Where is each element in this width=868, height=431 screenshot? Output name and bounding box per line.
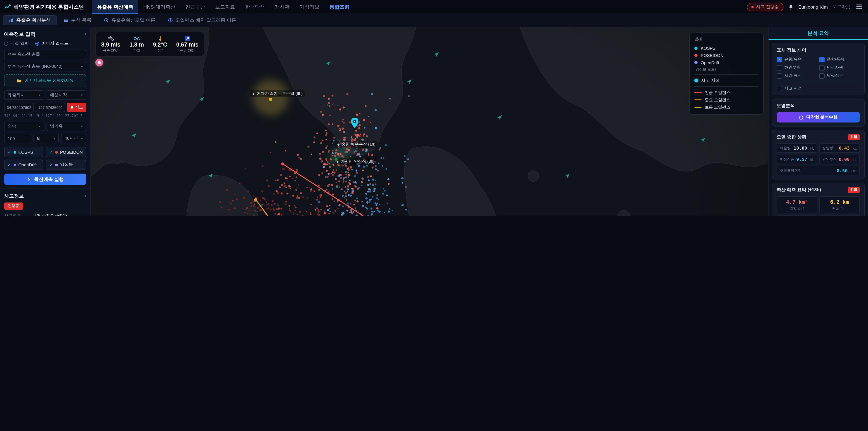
legend-label: 사고 지점: [701, 78, 719, 83]
site-marker-icon: ◆: [337, 143, 340, 146]
danger-badge: 위험: [848, 187, 860, 193]
model-icon: [104, 18, 109, 23]
display-option-checkbox[interactable]: 민감자원: [819, 65, 860, 70]
forecast-metric-cell: 0.35 m/s확산 속도: [819, 215, 860, 216]
longitude-input[interactable]: [35, 102, 65, 112]
latitude-input[interactable]: [4, 102, 34, 112]
checkbox-icon: ✓: [819, 57, 825, 62]
top-navbar: 해양환경 위기대응 통합시스템 유출유 확산예측HNS·대기확산긴급구난보고자료…: [0, 0, 868, 14]
model-color-dot: [13, 151, 16, 153]
nav-item[interactable]: 게시판: [270, 0, 295, 13]
collapse-caret-icon[interactable]: ▾: [85, 194, 86, 198]
model-toggle-opendrift[interactable]: ✓OpenDrift: [4, 160, 43, 170]
tab-item[interactable]: 오일펜스 배치 알고리즘 이론: [162, 16, 242, 25]
forecast-metric-cell: NE 42°주 확산 방향: [777, 215, 817, 216]
divider: [694, 74, 758, 74]
logout-button[interactable]: 로그아웃: [832, 4, 850, 10]
prediction-input-section: 예측정보 입력▾ 직접 입력이미지 업로드 여수 유조선 충돌 (INC-004…: [0, 27, 90, 189]
map-quick-tool-button[interactable]: [95, 59, 103, 66]
incident-point-checkbox[interactable]: 사고 지점: [777, 86, 860, 91]
incident-field-value: INC-2025-0042: [34, 213, 86, 216]
checkbox-icon: [777, 73, 782, 79]
metric-value: 4.7 km²: [779, 199, 815, 205]
tab-item[interactable]: 유출유확산모델 이론: [98, 16, 161, 25]
display-option-checkbox[interactable]: 해안부착: [777, 65, 817, 70]
release-type-select[interactable]: 연속▾: [4, 122, 44, 131]
fence-line-swatch: [694, 92, 702, 93]
display-option-checkbox[interactable]: 시간 표시: [777, 73, 817, 79]
map-canvas[interactable]: 8.9 m/s풍속 (SW)1.8 m파고9.2°C수온0.67 m/s해류 (…: [91, 27, 768, 216]
unit-select[interactable]: kL▾: [33, 134, 59, 143]
model-toggle-kosps[interactable]: ✓KOSPS: [4, 147, 43, 157]
dms-coordinates: 34° 44' 21.15" N / 127° 40' 27.70" E: [4, 114, 86, 118]
display-option-checkbox[interactable]: 날씨정보: [819, 73, 860, 79]
display-option-checkbox[interactable]: ✓유향/유속: [777, 57, 817, 62]
amount-input[interactable]: [4, 134, 31, 143]
legend-color-dot: [694, 46, 698, 50]
chevron-down-icon: ▾: [39, 93, 40, 97]
tab-active[interactable]: 유출유 확산분석: [3, 16, 57, 25]
fence-line-swatch: [694, 99, 702, 100]
nav-item[interactable]: 항공탐색: [240, 0, 270, 13]
weather-summary-box: 8.9 m/s풍속 (SW)1.8 m파고9.2°C수온0.67 m/s해류 (…: [95, 32, 204, 57]
nav-item[interactable]: HNS·대기확산: [138, 0, 180, 13]
legend-model-item: OpenDrift: [694, 59, 758, 66]
weather-value: 1.8 m: [129, 41, 144, 48]
oil-type-select[interactable]: 벙커유▾: [46, 122, 86, 131]
incident-pin[interactable]: [351, 118, 359, 128]
model-toggle-ensemble[interactable]: ✓앙상블: [46, 160, 86, 170]
weather-metric: 0.67 m/s해류 (SE): [172, 34, 203, 54]
prediction-section-title: 예측정보 입력: [4, 31, 35, 37]
input-mode-group: 직접 입력이미지 업로드: [4, 41, 86, 47]
chevron-down-icon: ▾: [81, 136, 83, 141]
collapse-caret-icon[interactable]: ▾: [85, 32, 86, 36]
chart-icon: [9, 18, 13, 23]
map-legend: 범례KOSPSPOSEIDONOpenDrift(앙상블 모드)사고 지점긴급 …: [689, 33, 764, 115]
radio-label: 이미지 업로드: [41, 41, 68, 47]
incident-status-badge[interactable]: 사고 진행중: [747, 2, 783, 11]
map-place-label: 여수시: [327, 102, 342, 108]
analysis-summary-tab[interactable]: 분석 요약: [769, 27, 868, 40]
polygon-icon: [799, 115, 804, 120]
nav-item[interactable]: 통합조회: [324, 0, 354, 13]
metric-label: 확산 거리: [822, 206, 858, 211]
model-toggle-group: ✓KOSPS✓POSEIDON✓OpenDrift✓앙상블: [4, 147, 86, 170]
incident-name-input[interactable]: [4, 50, 86, 59]
tab-item[interactable]: 분석 목록: [58, 16, 97, 25]
checkbox-icon: [777, 86, 782, 91]
legend-label: OpenDrift: [701, 60, 719, 65]
poi-dot[interactable]: [269, 98, 272, 101]
metric-unit: kL: [808, 158, 814, 162]
nav-item[interactable]: 유출유 확산예측: [92, 0, 138, 13]
run-prediction-button[interactable]: 확산예측 실행: [4, 174, 86, 185]
nav-item[interactable]: 보고자료: [210, 0, 240, 13]
weather-value: 9.2°C: [153, 41, 167, 48]
input-mode-radio-0[interactable]: 직접 입력: [4, 41, 29, 47]
polygon-analysis-button[interactable]: 다각형 분석수행: [777, 112, 860, 123]
tab-label: 분석 목록: [71, 17, 92, 24]
expected-time-select[interactable]: 예상시각▾: [46, 90, 86, 100]
metric-label: 해상잔존: [780, 157, 794, 162]
company-select[interactable]: 유출회사▾: [4, 90, 44, 100]
notifications-bell-icon[interactable]: [788, 4, 794, 10]
nav-item[interactable]: 기상정보: [295, 0, 324, 13]
metric-label: 오염해역면적: [780, 168, 802, 173]
user-name[interactable]: Eunjeong Kim: [798, 4, 828, 9]
incident-select[interactable]: 여수 유조선 충돌 (INC-0042)▾: [4, 62, 86, 71]
map-pick-button[interactable]: 지도: [67, 102, 86, 112]
model-toggle-poseidon[interactable]: ✓POSEIDON: [46, 147, 86, 157]
main-nav: 유출유 확산예측HNS·대기확산긴급구난보고자료항공탐색게시판기상정보통합조회: [92, 0, 354, 13]
menu-icon[interactable]: [855, 3, 864, 10]
nav-item[interactable]: 긴급구난: [180, 0, 210, 13]
chevron-down-icon: ▾: [81, 65, 83, 69]
site-marker-icon: ◆: [336, 160, 339, 163]
chevron-down-icon: ▾: [53, 136, 55, 141]
duration-select[interactable]: 48시간▾: [61, 134, 86, 143]
radio-dot-icon: [35, 41, 39, 45]
metric-label: 유출량: [780, 146, 791, 151]
image-dropzone[interactable]: 이미지 파일을 선택하세요: [4, 74, 86, 87]
pollution-status-card: 오염 종합 상황위험 유출량10.00 kL증발량0.43 kL해상잔존9.57…: [772, 130, 865, 180]
site-label-text: 가막만 양식장 (3h): [341, 159, 375, 164]
input-mode-radio-1[interactable]: 이미지 업로드: [35, 41, 68, 47]
display-option-checkbox[interactable]: ✓풍향/풍속: [819, 57, 860, 62]
